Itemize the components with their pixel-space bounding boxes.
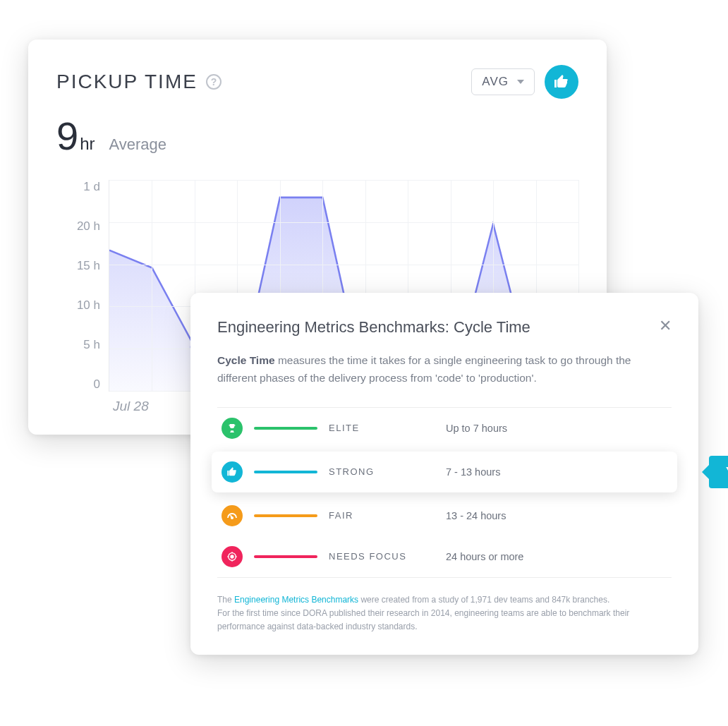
benchmark-row: STRONG7 - 13 hoursYour team xyxy=(212,452,677,492)
stat-row: 9hr Average xyxy=(56,113,578,159)
benchmark-range: 24 hours or more xyxy=(446,551,523,562)
y-tick: 15 h xyxy=(77,259,100,273)
help-icon[interactable]: ? xyxy=(206,74,222,90)
footnote-pre: The xyxy=(217,595,234,605)
benchmarks-modal: Engineering Metrics Benchmarks: Cycle Ti… xyxy=(190,293,698,655)
footnote: The Engineering Metrics Benchmarks were … xyxy=(217,593,672,634)
modal-title: Engineering Metrics Benchmarks: Cycle Ti… xyxy=(217,318,530,337)
modal-desc-rest: measures the time it takes for a single … xyxy=(217,354,631,384)
divider xyxy=(217,577,672,578)
benchmark-bar xyxy=(254,427,317,430)
benchmark-icon xyxy=(222,461,243,483)
benchmark-row: ELITEUp to 7 hours xyxy=(217,408,672,449)
pickup-header-right: AVG xyxy=(471,65,578,99)
thumbs-up-badge[interactable] xyxy=(545,65,578,99)
y-tick: 20 h xyxy=(77,219,100,234)
aggregation-select[interactable]: AVG xyxy=(471,68,535,95)
benchmark-range: 7 - 13 hours xyxy=(446,466,500,478)
pickup-header: PICKUP TIME ? AVG xyxy=(56,65,578,99)
aggregation-label: AVG xyxy=(482,75,509,89)
benchmark-icon xyxy=(222,418,243,439)
stat-label: Average xyxy=(109,135,167,154)
y-tick: 5 h xyxy=(83,338,100,352)
pickup-title: PICKUP TIME xyxy=(56,71,198,93)
close-icon[interactable]: ✕ xyxy=(659,318,672,334)
thumbs-up-icon xyxy=(553,73,570,90)
benchmark-bar xyxy=(254,471,317,473)
gridline-h xyxy=(109,180,578,181)
svg-point-4 xyxy=(231,555,233,558)
benchmark-bar xyxy=(254,555,317,558)
y-tick: 10 h xyxy=(77,298,100,313)
benchmark-row: FAIR13 - 24 hours xyxy=(217,495,672,536)
stat-value: 9 xyxy=(56,114,78,158)
modal-desc-strong: Cycle Time xyxy=(217,354,275,366)
benchmark-label: STRONG xyxy=(329,466,435,477)
benchmark-bar xyxy=(254,514,317,517)
footnote-line2: For the first time since DORA published … xyxy=(217,608,629,631)
benchmark-rows: ELITEUp to 7 hoursSTRONG7 - 13 hoursYour… xyxy=(217,408,672,577)
chevron-down-icon xyxy=(517,80,524,84)
benchmark-icon xyxy=(222,546,243,567)
gridline-v xyxy=(152,180,152,391)
benchmark-icon xyxy=(222,505,243,526)
your-team-badge: Your team xyxy=(709,456,728,488)
gridline-h xyxy=(109,222,578,223)
footnote-mid: were created from a study of 1,971 dev t… xyxy=(358,595,609,605)
pickup-title-wrap: PICKUP TIME ? xyxy=(56,71,222,93)
y-tick: 1 d xyxy=(83,180,100,194)
modal-description: Cycle Time measures the time it takes fo… xyxy=(217,352,672,387)
stat-unit: hr xyxy=(80,134,95,153)
benchmark-row: NEEDS FOCUS24 hours or more xyxy=(217,536,672,577)
y-axis: 1 d20 h15 h10 h5 h0 xyxy=(56,180,109,392)
gridline-h xyxy=(109,265,578,265)
benchmark-label: NEEDS FOCUS xyxy=(329,551,435,562)
stat-value-wrap: 9hr xyxy=(56,113,95,159)
footnote-link[interactable]: Engineering Metrics Benchmarks xyxy=(234,595,358,605)
y-tick: 0 xyxy=(94,377,100,392)
benchmark-label: FAIR xyxy=(329,510,435,521)
benchmark-range: 13 - 24 hours xyxy=(446,510,506,521)
benchmark-range: Up to 7 hours xyxy=(446,423,507,434)
benchmark-label: ELITE xyxy=(329,423,435,433)
modal-header: Engineering Metrics Benchmarks: Cycle Ti… xyxy=(217,318,672,337)
